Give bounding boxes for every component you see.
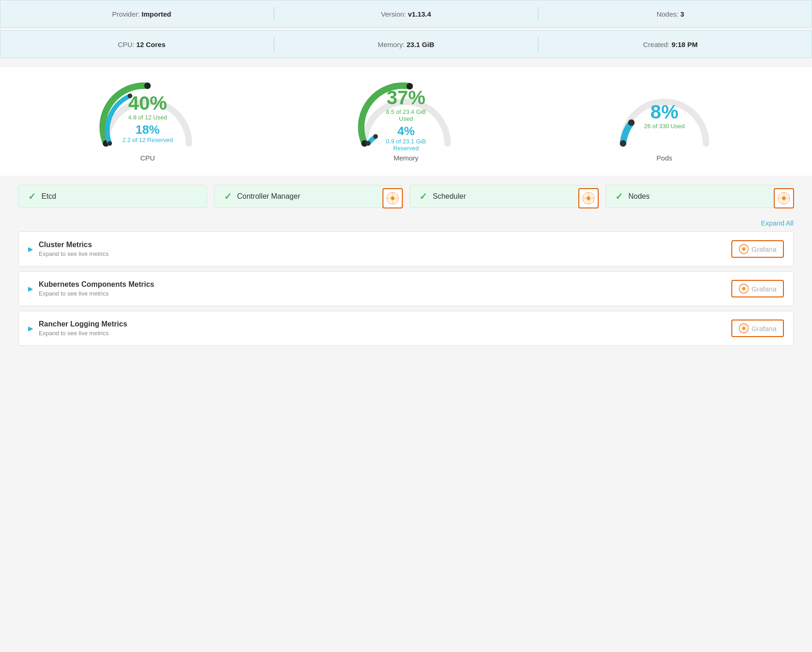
cpu-value: 12 Cores [136,41,165,48]
kubernetes-components-subtitle: Expand to see live metrics [39,290,154,297]
divider-1 [274,7,274,21]
pods-label: Pods [657,154,672,162]
rancher-logging-title: Rancher Logging Metrics [39,320,127,328]
svg-point-0 [144,83,151,89]
kubernetes-grafana-label: Grafana [752,285,777,293]
nodes-label: Nodes: [657,10,679,18]
divider-2 [538,7,538,21]
cluster-metrics-subtitle: Expand to see live metrics [39,250,109,257]
created-info: Created: 9:18 PM [547,41,793,48]
status-etcd: ✓ Etcd [18,185,207,208]
kubernetes-components-left: ▶ Kubernetes Components Metrics Expand t… [28,280,154,297]
cpu-pct: 40% [122,94,173,113]
rancher-logging-row: ▶ Rancher Logging Metrics Expand to see … [18,311,794,346]
rancher-logging-left: ▶ Rancher Logging Metrics Expand to see … [28,320,127,337]
pods-gauge-text: 8% 26 of 330 Used [644,102,685,130]
created-value: 9:18 PM [671,41,698,48]
grafana-icon [386,192,399,205]
expand-all-button[interactable]: Expand All [761,219,794,227]
cluster-metrics-text: Cluster Metrics Expand to see live metri… [39,241,109,257]
rancher-expand-arrow[interactable]: ▶ [28,325,33,332]
grafana-icon [739,323,749,333]
metrics-header: Expand All [0,219,812,231]
cluster-grafana-label: Grafana [752,245,777,253]
cpu-used: 4.8 of 12 Used [122,114,173,121]
controller-check-icon: ✓ [224,191,232,202]
etcd-label: Etcd [41,192,56,201]
rancher-logging-subtitle: Expand to see live metrics [39,330,127,337]
cpu-gauge: 40% 4.8 of 12 Used 18% 2.2 of 12 Reserve… [97,77,198,162]
svg-point-6 [373,134,378,139]
memory-label: Memory: [378,41,405,48]
cpu-gauge-text: 40% 4.8 of 12 Used 18% 2.2 of 12 Reserve… [122,94,173,143]
cluster-expand-arrow[interactable]: ▶ [28,245,33,253]
memory-label: Memory [394,154,418,162]
rancher-logging-text: Rancher Logging Metrics Expand to see li… [39,320,127,337]
version-value: v1.13.4 [408,10,431,18]
etcd-check-icon: ✓ [28,191,36,202]
provider-value: Imported [141,10,171,18]
kubernetes-components-text: Kubernetes Components Metrics Expand to … [39,280,154,297]
scheduler-grafana-button[interactable] [578,188,599,208]
grafana-icon [582,192,595,205]
svg-point-9 [620,140,626,147]
svg-point-8 [628,119,635,126]
memory-value: 23.1 GiB [406,41,434,48]
info-bar-1: Provider: Imported Version: v1.13.4 Node… [0,0,812,28]
grafana-icon [739,284,749,294]
nodes-status-label: Nodes [629,192,650,201]
scheduler-label: Scheduler [433,192,466,201]
memory-pct: 37% [381,88,431,107]
pods-gauge: 8% 26 of 330 Used Pods [614,77,715,162]
memory-gauge: 37% 8.5 of 23.4 GiB Used 4% 0.9 of 23.1 … [355,77,457,162]
divider-3 [274,37,274,51]
created-label: Created: [643,41,670,48]
cluster-metrics-row: ▶ Cluster Metrics Expand to see live met… [18,231,794,267]
nodes-value: 3 [680,10,684,18]
status-scheduler: ✓ Scheduler [410,185,598,208]
pods-used: 26 of 330 Used [644,123,685,130]
status-nodes: ✓ Nodes [606,185,794,208]
controller-manager-label: Controller Manager [237,192,300,201]
cpu-reserved: 2.2 of 12 Reserved [122,136,173,143]
divider-4 [538,37,538,51]
rancher-logging-grafana-button[interactable]: Grafana [731,320,784,337]
nodes-grafana-button[interactable] [774,188,794,208]
cluster-metrics-left: ▶ Cluster Metrics Expand to see live met… [28,241,109,257]
nodes-info: Nodes: 3 [547,10,793,18]
controller-manager-grafana-button[interactable] [382,188,403,208]
memory-info: Memory: 23.1 GiB [283,41,529,48]
pods-pct: 8% [644,102,685,122]
cpu-reserved-pct: 18% [122,124,173,136]
grafana-icon [777,192,790,205]
memory-gauge-container: 37% 8.5 of 23.4 GiB Used 4% 0.9 of 23.1 … [355,77,457,150]
version-info: Version: v1.13.4 [283,10,529,18]
memory-reserved: 0.9 of 23.1 GiB Reserved [381,138,431,152]
status-controller-manager: ✓ Controller Manager [214,185,403,208]
gauges-section: 40% 4.8 of 12 Used 18% 2.2 of 12 Reserve… [0,67,812,176]
svg-point-7 [366,141,371,146]
info-bar-2: CPU: 12 Cores Memory: 23.1 GiB Created: … [0,30,812,58]
kubernetes-components-row: ▶ Kubernetes Components Metrics Expand t… [18,271,794,306]
cpu-label: CPU: [118,41,135,48]
cpu-label: CPU [140,154,155,162]
provider-label: Provider: [112,10,140,18]
version-label: Version: [381,10,406,18]
scheduler-check-icon: ✓ [419,191,427,202]
pods-gauge-container: 8% 26 of 330 Used [614,77,715,150]
grafana-icon [739,244,749,254]
rancher-grafana-label: Grafana [752,325,777,332]
memory-reserved-pct: 4% [381,125,431,137]
cpu-gauge-container: 40% 4.8 of 12 Used 18% 2.2 of 12 Reserve… [97,77,198,150]
kubernetes-components-title: Kubernetes Components Metrics [39,280,154,289]
kubernetes-components-grafana-button[interactable]: Grafana [731,280,784,297]
nodes-check-icon: ✓ [615,191,623,202]
kubernetes-expand-arrow[interactable]: ▶ [28,285,33,292]
cluster-metrics-grafana-button[interactable]: Grafana [731,240,784,258]
cpu-info: CPU: 12 Cores [19,41,265,48]
memory-gauge-text: 37% 8.5 of 23.4 GiB Used 4% 0.9 of 23.1 … [381,88,431,152]
provider-info: Provider: Imported [19,10,265,18]
cluster-metrics-title: Cluster Metrics [39,241,109,249]
status-section: ✓ Etcd ✓ Controller Manager ✓ Scheduler [0,185,812,208]
svg-point-2 [107,141,112,146]
